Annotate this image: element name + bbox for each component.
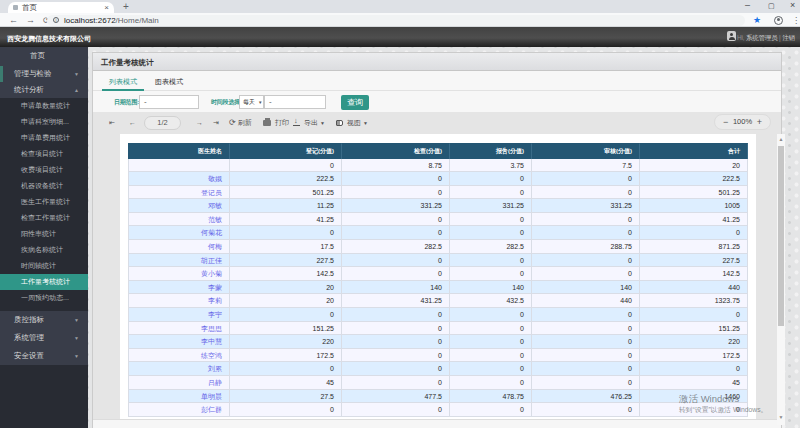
- table-row: 吕静4500045: [128, 376, 748, 390]
- tab-chart-mode[interactable]: 图表模式: [148, 72, 190, 91]
- table-cell: 0: [230, 362, 342, 376]
- browser-menu-icon[interactable]: ⋮: [792, 16, 800, 25]
- vertical-scrollbar[interactable]: ▲ ▼: [777, 134, 785, 425]
- doctor-name-link[interactable]: 吕静: [128, 376, 230, 390]
- doctor-name-link[interactable]: 登记员: [128, 186, 230, 200]
- doctor-name-link[interactable]: [128, 159, 230, 173]
- range-input[interactable]: -: [264, 95, 326, 109]
- doctor-name-link[interactable]: 李中慧: [128, 335, 230, 349]
- table-cell: 222.5: [640, 172, 748, 186]
- sidebar-item-5[interactable]: 申请单费用统计: [0, 130, 88, 146]
- next-page-button[interactable]: →: [196, 112, 203, 134]
- sidebar-item-0[interactable]: 首页: [0, 47, 88, 66]
- window-maximize-button[interactable]: ▢: [768, 2, 775, 10]
- zoom-in-button[interactable]: +: [757, 115, 762, 129]
- sidebar-item-15[interactable]: 一周预约动态...: [0, 290, 88, 306]
- accent-stripe: [0, 66, 3, 82]
- user-info[interactable]: Hi, 系统管理员 | 注销: [737, 34, 795, 43]
- sidebar-item-7[interactable]: 收费项目统计: [0, 162, 88, 178]
- sidebar-item-9[interactable]: 医生工作量统计: [0, 194, 88, 210]
- sidebar-item-11[interactable]: 阳性率统计: [0, 226, 88, 242]
- table-row: 胡正佳227.5000227.5: [128, 254, 748, 268]
- doctor-name-link[interactable]: 范敏: [128, 213, 230, 227]
- print-button[interactable]: 打印: [263, 112, 289, 134]
- table-cell: 0: [532, 335, 640, 349]
- chevron-up-icon: ▲: [74, 87, 79, 93]
- sidebar-item-13[interactable]: 时间轴统计: [0, 258, 88, 274]
- search-button[interactable]: 查询: [341, 95, 369, 110]
- period-select[interactable]: 每天▼: [239, 95, 264, 109]
- doctor-name-link[interactable]: 敬娥: [128, 172, 230, 186]
- table-row: 邓敏11.25331.25331.25331.251005: [128, 199, 748, 213]
- table-cell: 142.5: [640, 267, 748, 281]
- sidebar-item-12[interactable]: 疾病名称统计: [0, 242, 88, 258]
- doctor-name-link[interactable]: 李莉: [128, 294, 230, 308]
- sidebar-item-2[interactable]: 统计分析▲: [0, 82, 88, 98]
- view-button[interactable]: 视图 ▼: [336, 112, 368, 134]
- sidebar-item-17[interactable]: 系统管理▼: [0, 329, 88, 347]
- new-tab-button[interactable]: +: [123, 1, 129, 12]
- table-cell: 0: [342, 335, 450, 349]
- table-cell: 0: [532, 226, 640, 240]
- scrollbar-thumb[interactable]: [778, 146, 784, 326]
- zoom-control: − 100% +: [714, 114, 771, 130]
- profile-avatar-icon[interactable]: [774, 16, 783, 25]
- doctor-name-link[interactable]: 胡正佳: [128, 254, 230, 268]
- address-bar[interactable]: i localhost:2672/Home/Main: [47, 15, 745, 26]
- sidebar-item-8[interactable]: 机器设备统计: [0, 178, 88, 194]
- doctor-name-link[interactable]: 邓敏: [128, 199, 230, 213]
- sidebar-item-label: 管理与检验: [14, 69, 52, 79]
- doctor-name-link[interactable]: 何梅: [128, 240, 230, 254]
- browser-tab-title: 首页: [22, 3, 104, 13]
- table-row: 李蒙20140140140440: [128, 281, 748, 295]
- doctor-name-link[interactable]: 单明晨: [128, 390, 230, 404]
- table-cell: 1323.75: [640, 294, 748, 308]
- tab-list-mode[interactable]: 列表模式: [102, 72, 144, 91]
- prev-page-button[interactable]: ←: [129, 112, 136, 134]
- horizontal-scrollbar[interactable]: [93, 419, 781, 428]
- table-cell: 20: [230, 294, 342, 308]
- window-close-button[interactable]: ×: [790, 0, 795, 10]
- doctor-name-link[interactable]: 李蒙: [128, 281, 230, 295]
- table-row: 范敏41.2500041.25: [128, 213, 748, 227]
- table-cell: 0: [230, 403, 342, 417]
- table-cell: 288.75: [532, 240, 640, 254]
- sidebar-item-6[interactable]: 检查项目统计: [0, 146, 88, 162]
- table-cell: 7.5: [532, 159, 640, 173]
- table-row: 何梅17.5282.5282.5288.75871.25: [128, 240, 748, 254]
- scroll-up-icon[interactable]: ▲: [778, 136, 784, 143]
- doctor-name-link[interactable]: 李宇: [128, 308, 230, 322]
- scroll-down-icon[interactable]: ▼: [778, 414, 784, 421]
- tab-close-icon[interactable]: ×: [104, 5, 109, 11]
- refresh-button[interactable]: ⟳ 刷新: [229, 112, 252, 134]
- doctor-name-link[interactable]: 刘累: [128, 362, 230, 376]
- bookmark-star-icon[interactable]: ★: [753, 15, 761, 25]
- table-cell: 501.25: [230, 186, 342, 200]
- page-info-icon[interactable]: i: [53, 17, 59, 23]
- browser-tab[interactable]: 首页 ×: [8, 2, 114, 13]
- last-page-button[interactable]: ⇥: [213, 112, 219, 134]
- date-range-input[interactable]: -: [139, 95, 199, 109]
- windows-activation-watermark-line2: 转到“设置”以激活 Windows。: [679, 405, 767, 415]
- sidebar-item-1[interactable]: 管理与检验▼: [0, 66, 88, 82]
- doctor-name-link[interactable]: 彭仁群: [128, 403, 230, 417]
- first-page-button[interactable]: ⇤: [109, 112, 115, 134]
- zoom-out-button[interactable]: −: [723, 115, 728, 129]
- window-minimize-button[interactable]: –: [745, 0, 750, 10]
- doctor-name-link[interactable]: 练空鸿: [128, 349, 230, 363]
- sidebar-item-16[interactable]: 质控指标▼: [0, 311, 88, 329]
- table-cell: 0: [342, 186, 450, 200]
- sidebar-item-4[interactable]: 申请科室明细...: [0, 114, 88, 130]
- doctor-name-link[interactable]: 黄小菊: [128, 267, 230, 281]
- sidebar-item-18[interactable]: 安全设置▼: [0, 347, 88, 365]
- sidebar-item-label: 申请单费用统计: [21, 133, 70, 143]
- table-cell: 0: [450, 172, 532, 186]
- sidebar-item-10[interactable]: 检查工作量统计: [0, 210, 88, 226]
- back-button[interactable]: ←: [9, 16, 18, 25]
- forward-button[interactable]: →: [26, 16, 35, 25]
- doctor-name-link[interactable]: 何菊花: [128, 226, 230, 240]
- sidebar-item-3[interactable]: 申请单数量统计: [0, 98, 88, 114]
- doctor-name-link[interactable]: 李思思: [128, 322, 230, 336]
- sidebar-item-14[interactable]: 工作量考核统计: [0, 274, 88, 290]
- export-button[interactable]: ↓ 导出 ▼: [293, 112, 325, 134]
